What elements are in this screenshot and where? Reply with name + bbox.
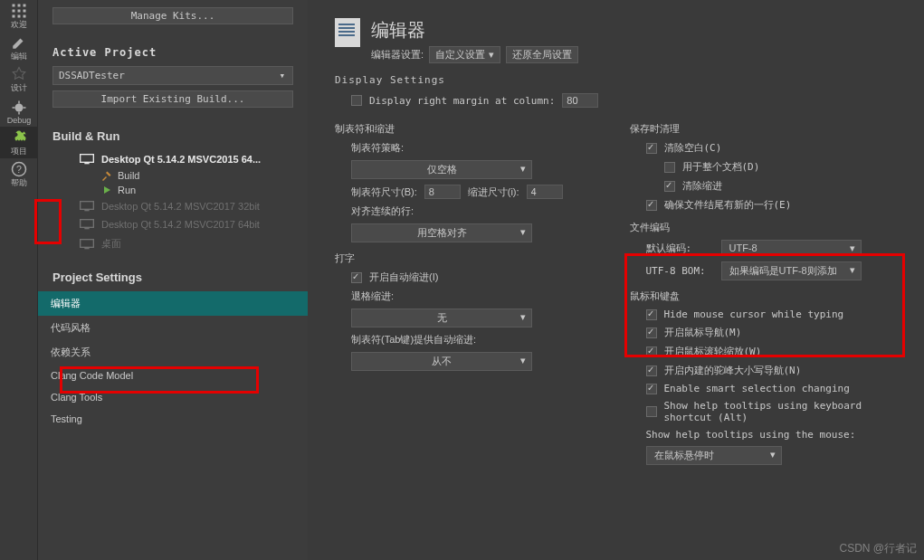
manage-kits-button[interactable]: Manage Kits... bbox=[52, 7, 293, 24]
whole-doc-checkbox[interactable] bbox=[664, 162, 675, 173]
svg-rect-1 bbox=[18, 5, 21, 7]
import-build-button[interactable]: Import Existing Build... bbox=[52, 90, 293, 108]
svg-rect-0 bbox=[13, 5, 15, 7]
ps-testing[interactable]: Testing bbox=[38, 408, 308, 430]
hide-cursor-checkbox[interactable] bbox=[646, 309, 657, 320]
tooltip-mouse-select[interactable]: 在鼠标悬停时 bbox=[646, 446, 782, 465]
svg-rect-8 bbox=[24, 15, 26, 18]
watermark: CSDN @行者记 bbox=[839, 541, 917, 556]
kit-item-desktop[interactable]: 桌面 bbox=[52, 233, 293, 254]
bom-select[interactable]: 如果编码是UTF-8则添加 bbox=[721, 261, 862, 280]
mouse-nav-label: 开启鼠标导航(M) bbox=[664, 326, 742, 339]
svg-rect-19 bbox=[84, 248, 89, 249]
rail-project[interactable]: 项目 bbox=[0, 127, 38, 158]
page-title: 编辑器 bbox=[371, 18, 578, 43]
camel-nav-label: 开启内建的驼峰大小写导航(N) bbox=[664, 364, 802, 377]
mouse-nav-checkbox[interactable] bbox=[646, 327, 657, 338]
kit-run[interactable]: Run bbox=[52, 183, 293, 197]
ps-clang-tools[interactable]: Clang Tools bbox=[38, 386, 308, 408]
tooltip-kbd-checkbox[interactable] bbox=[646, 406, 657, 417]
smart-sel-label: Enable smart selection changing bbox=[664, 383, 850, 394]
svg-rect-14 bbox=[81, 202, 94, 210]
settings-mode-select[interactable]: 自定义设置 bbox=[429, 46, 500, 63]
mouse-group-header: 鼠标和键盘 bbox=[630, 289, 898, 303]
svg-rect-6 bbox=[13, 15, 15, 18]
tooltip-kbd-label: Show help tooltips using keyboard shortc… bbox=[664, 400, 898, 423]
rail-help[interactable]: ?帮助 bbox=[0, 158, 38, 190]
smart-sel-checkbox[interactable] bbox=[646, 384, 657, 394]
whole-doc-label: 用于整个文档(D) bbox=[682, 160, 760, 174]
svg-text:?: ? bbox=[16, 164, 22, 175]
monitor-icon bbox=[80, 239, 94, 250]
svg-rect-7 bbox=[18, 15, 21, 18]
tabkey-label: 制表符(Tab键)提供自动缩进: bbox=[351, 333, 476, 346]
ps-code-style[interactable]: 代码风格 bbox=[38, 316, 308, 340]
kit-item-msvc2017-32[interactable]: Desktop Qt 5.14.2 MSVC2017 32bit bbox=[52, 197, 293, 215]
indent-size-input[interactable] bbox=[527, 185, 563, 199]
default-enc-select[interactable]: UTF-8 bbox=[721, 240, 862, 256]
auto-indent-checkbox[interactable] bbox=[351, 272, 362, 283]
editor-settings-content: 编辑器 编辑器设置: 自定义设置 还原全局设置 Display Settings… bbox=[308, 0, 924, 560]
align-select[interactable]: 用空格对齐 bbox=[351, 223, 532, 242]
monitor-icon bbox=[80, 219, 94, 230]
mode-rail: 欢迎 编辑 设计 Debug 项目 ?帮助 bbox=[0, 0, 38, 560]
align-label: 对齐连续的行: bbox=[351, 204, 414, 218]
svg-rect-15 bbox=[84, 210, 89, 211]
clean-ws-label: 清除空白(C) bbox=[664, 141, 722, 155]
clean-ws-checkbox[interactable] bbox=[646, 143, 657, 154]
rail-debug[interactable]: Debug bbox=[0, 95, 38, 127]
reset-global-button[interactable]: 还原全局设置 bbox=[506, 46, 578, 63]
tab-policy-select[interactable]: 仅空格 bbox=[351, 160, 532, 179]
project-panel: Manage Kits... Active Project DSSADTeste… bbox=[38, 0, 308, 560]
kit-item-msvc2015-64[interactable]: Desktop Qt 5.14.2 MSVC2015 64... bbox=[52, 150, 293, 168]
ensure-newline-checkbox[interactable] bbox=[646, 200, 657, 211]
editor-page-icon bbox=[335, 18, 360, 47]
camel-nav-checkbox[interactable] bbox=[646, 365, 657, 376]
typing-group-header: 打字 bbox=[335, 252, 603, 265]
rail-welcome[interactable]: 欢迎 bbox=[0, 0, 38, 32]
default-enc-label: 默认编码: bbox=[646, 242, 714, 255]
svg-rect-17 bbox=[84, 228, 89, 229]
tooltip-mouse-label: Show help tooltips using the mouse: bbox=[646, 429, 856, 441]
svg-rect-13 bbox=[84, 163, 89, 164]
project-select[interactable]: DSSADTester bbox=[52, 66, 293, 85]
active-project-header: Active Project bbox=[52, 46, 293, 59]
ps-dependencies[interactable]: 依赖关系 bbox=[38, 340, 308, 365]
svg-rect-18 bbox=[81, 239, 94, 247]
svg-rect-12 bbox=[81, 155, 94, 163]
backspace-select[interactable]: 无 bbox=[351, 308, 532, 327]
build-run-header: Build & Run bbox=[52, 129, 293, 143]
scroll-zoom-checkbox[interactable] bbox=[646, 346, 657, 357]
scroll-zoom-label: 开启鼠标滚轮缩放(W) bbox=[664, 345, 762, 358]
project-settings-header: Project Settings bbox=[52, 271, 293, 284]
cleanup-group-header: 保存时清理 bbox=[630, 122, 898, 136]
clean-indent-checkbox[interactable] bbox=[664, 181, 675, 192]
rail-edit[interactable]: 编辑 bbox=[0, 32, 38, 63]
auto-indent-label: 开启自动缩进(I) bbox=[369, 271, 438, 284]
monitor-icon bbox=[80, 154, 94, 165]
indent-size-label: 缩进尺寸(i): bbox=[468, 185, 519, 199]
ps-clang-model[interactable]: Clang Code Model bbox=[38, 365, 308, 386]
tab-size-input[interactable] bbox=[424, 185, 461, 199]
svg-rect-3 bbox=[13, 10, 15, 13]
play-icon bbox=[101, 185, 112, 195]
backspace-label: 退格缩进: bbox=[351, 289, 394, 303]
svg-rect-4 bbox=[18, 10, 21, 13]
svg-rect-5 bbox=[24, 10, 26, 13]
hide-cursor-label: Hide mouse cursor while typing bbox=[664, 308, 844, 320]
tab-size-label: 制表符尺寸(B): bbox=[351, 185, 417, 199]
clean-indent-label: 清除缩进 bbox=[682, 179, 722, 193]
display-settings-header: Display Settings bbox=[335, 74, 897, 86]
kit-build[interactable]: Build bbox=[52, 168, 293, 183]
margin-checkbox[interactable] bbox=[351, 95, 362, 106]
kit-item-msvc2017-64[interactable]: Desktop Qt 5.14.2 MSVC2017 64bit bbox=[52, 215, 293, 233]
svg-rect-16 bbox=[81, 220, 94, 228]
bom-label: UTF-8 BOM: bbox=[646, 265, 714, 277]
tabkey-select[interactable]: 从不 bbox=[351, 352, 532, 371]
tab-policy-label: 制表符策略: bbox=[351, 141, 404, 155]
margin-label: Display right margin at column: bbox=[369, 95, 555, 107]
tabs-group-header: 制表符和缩进 bbox=[335, 122, 603, 136]
margin-value-input[interactable] bbox=[562, 93, 598, 108]
ps-editor[interactable]: 编辑器 bbox=[38, 291, 308, 316]
rail-design[interactable]: 设计 bbox=[0, 63, 38, 95]
